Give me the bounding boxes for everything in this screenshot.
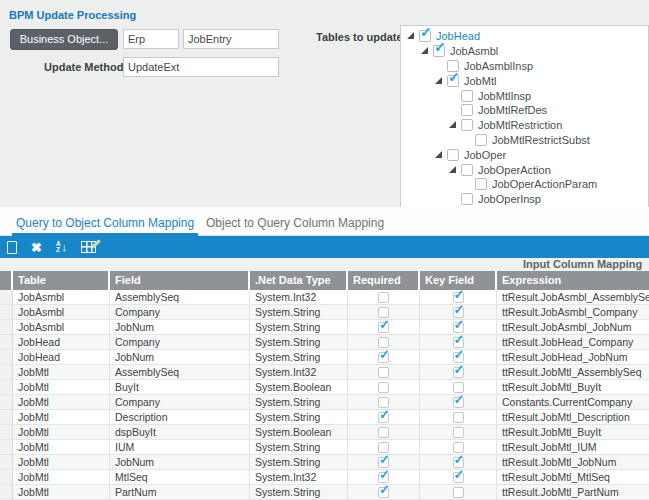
table-row[interactable]: JobMtlJobNumSystem.String✓✓ttResult.JobM… <box>0 455 649 470</box>
column-header-required[interactable]: Required <box>348 271 418 290</box>
row-selector[interactable] <box>0 485 13 499</box>
tree-checkbox-jobmtlinsp[interactable] <box>461 90 473 102</box>
tree-checkbox-joboperactionparam[interactable] <box>475 178 487 190</box>
key-field-checkbox-row-9[interactable] <box>453 427 464 438</box>
expander-icon[interactable] <box>407 32 415 40</box>
required-checkbox-row-13[interactable]: ✓ <box>378 487 389 498</box>
table-row[interactable]: JobMtlPartNumSystem.String✓ttResult.JobM… <box>0 485 649 500</box>
required-checkbox-row-1[interactable] <box>378 307 389 318</box>
row-selector[interactable] <box>0 350 13 364</box>
table-row[interactable]: JobHeadJobNumSystem.String✓✓ttResult.Job… <box>0 350 649 365</box>
row-selector[interactable] <box>0 290 13 304</box>
required-checkbox-row-4[interactable]: ✓ <box>378 352 389 363</box>
required-checkbox-row-2[interactable]: ✓ <box>378 322 389 333</box>
key-field-checkbox-row-6[interactable] <box>453 382 464 393</box>
required-checkbox-row-10[interactable] <box>378 442 389 453</box>
key-field-checkbox-row-10[interactable] <box>453 442 464 453</box>
key-field-checkbox-row-5[interactable]: ✓ <box>453 367 464 378</box>
required-checkbox-row-6[interactable] <box>378 382 389 393</box>
required-checkbox-row-8[interactable]: ✓ <box>378 412 389 423</box>
tree-item-jobmtlrestriction[interactable]: JobMtlRestriction <box>401 118 648 133</box>
tree-item-jobasmbl[interactable]: ✓JobAsmbl <box>401 44 648 59</box>
tree-item-joboperaction[interactable]: JobOperAction <box>401 162 648 177</box>
tree-item-jobmtlrestrictsubst[interactable]: JobMtlRestrictSubst <box>401 133 648 148</box>
table-row[interactable]: JobAsmblCompanySystem.String✓ttResult.Jo… <box>0 305 649 320</box>
tree-item-jobmtlrefdes[interactable]: JobMtlRefDes <box>401 103 648 118</box>
tree-item-joboperactionparam[interactable]: JobOperActionParam <box>401 177 648 192</box>
key-field-checkbox-row-2[interactable]: ✓ <box>453 322 464 333</box>
tree-checkbox-jobmtl[interactable]: ✓ <box>447 75 459 87</box>
tree-checkbox-jobasmbl[interactable]: ✓ <box>433 45 445 57</box>
row-selector[interactable] <box>0 320 13 334</box>
key-field-checkbox-row-3[interactable]: ✓ <box>453 337 464 348</box>
tree-item-jobmtlinsp[interactable]: JobMtlInsp <box>401 88 648 103</box>
tree-item-jobasmblinsp[interactable]: JobAsmblInsp <box>401 59 648 74</box>
table-row[interactable]: JobMtlBuyItSystem.BooleanttResult.JobMtl… <box>0 380 649 395</box>
expander-icon[interactable] <box>435 151 443 159</box>
business-object-field[interactable] <box>183 29 279 49</box>
table-row[interactable]: JobAsmblAssemblySeqSystem.Int32✓ttResult… <box>0 290 649 305</box>
tree-checkbox-jobmtlrefdes[interactable] <box>461 104 473 116</box>
column-header-key-field[interactable]: Key Field <box>420 271 495 290</box>
business-object-button[interactable]: Business Object... <box>10 29 118 50</box>
key-field-checkbox-row-1[interactable]: ✓ <box>453 307 464 318</box>
row-selector[interactable] <box>0 440 13 454</box>
table-row[interactable]: JobAsmblJobNumSystem.String✓✓ttResult.Jo… <box>0 320 649 335</box>
row-selector[interactable] <box>0 470 13 484</box>
expander-icon[interactable] <box>421 47 429 55</box>
table-row[interactable]: JobMtlMtlSeqSystem.Int32✓✓ttResult.JobMt… <box>0 470 649 485</box>
grid-edit-icon[interactable] <box>81 239 96 255</box>
key-field-checkbox-row-13[interactable] <box>453 487 464 498</box>
column-header-table[interactable]: Table <box>13 271 108 290</box>
tree-item-joboperinsp[interactable]: JobOperInsp <box>401 192 648 207</box>
column-header-net-data-type[interactable]: .Net Data Type <box>250 271 346 290</box>
table-row[interactable]: JobHeadCompanySystem.String✓ttResult.Job… <box>0 335 649 350</box>
row-selector[interactable] <box>0 380 13 394</box>
update-method-field[interactable] <box>123 57 279 77</box>
tree-checkbox-jobmtlrestriction[interactable] <box>461 119 473 131</box>
tree-checkbox-jobmtlrestrictsubst[interactable] <box>475 134 487 146</box>
tree-checkbox-joboperinsp[interactable] <box>461 193 473 205</box>
tree-item-jobmtl[interactable]: ✓JobMtl <box>401 73 648 88</box>
key-field-checkbox-row-11[interactable]: ✓ <box>453 457 464 468</box>
tab-object-to-query[interactable]: Object to Query Column Mapping <box>202 213 388 236</box>
delete-icon[interactable]: ✖ <box>31 239 42 255</box>
key-field-checkbox-row-0[interactable]: ✓ <box>453 292 464 303</box>
key-field-checkbox-row-12[interactable]: ✓ <box>453 472 464 483</box>
row-selector[interactable] <box>0 455 13 469</box>
row-selector[interactable] <box>0 395 13 409</box>
expander-icon[interactable] <box>449 166 457 174</box>
expander-icon[interactable] <box>449 121 457 129</box>
tree-checkbox-joboperaction[interactable] <box>461 164 473 176</box>
required-checkbox-row-9[interactable] <box>378 427 389 438</box>
row-selector[interactable] <box>0 305 13 319</box>
sort-az-icon[interactable]: AZ↓ <box>56 239 67 255</box>
table-row[interactable]: JobMtlCompanySystem.String✓Constants.Cur… <box>0 395 649 410</box>
tree-checkbox-jobhead[interactable]: ✓ <box>419 30 431 42</box>
required-checkbox-row-5[interactable] <box>378 367 389 378</box>
column-header-expression[interactable]: Expression <box>497 271 649 290</box>
required-checkbox-row-3[interactable] <box>378 337 389 348</box>
key-field-checkbox-row-7[interactable]: ✓ <box>453 397 464 408</box>
row-selector[interactable] <box>0 425 13 439</box>
table-row[interactable]: JobMtlIUMSystem.StringttResult.JobMtl_IU… <box>0 440 649 455</box>
row-selector[interactable] <box>0 335 13 349</box>
tree-checkbox-joboper[interactable] <box>447 149 459 161</box>
tab-query-to-object[interactable]: Query to Object Column Mapping <box>12 213 198 236</box>
column-header-field[interactable]: Field <box>110 271 248 290</box>
required-checkbox-row-12[interactable]: ✓ <box>378 472 389 483</box>
row-selector[interactable] <box>0 410 13 424</box>
system-code-field[interactable] <box>123 29 179 49</box>
key-field-checkbox-row-4[interactable]: ✓ <box>453 352 464 363</box>
table-row[interactable]: JobMtldspBuyItSystem.BooleanttResult.Job… <box>0 425 649 440</box>
new-record-icon[interactable] <box>7 239 17 255</box>
required-checkbox-row-11[interactable]: ✓ <box>378 457 389 468</box>
row-selector[interactable] <box>0 365 13 379</box>
tree-item-joboper[interactable]: JobOper <box>401 147 648 162</box>
table-row[interactable]: JobMtlAssemblySeqSystem.Int32✓ttResult.J… <box>0 365 649 380</box>
expander-icon[interactable] <box>435 77 443 85</box>
required-checkbox-row-7[interactable] <box>378 397 389 408</box>
required-checkbox-row-0[interactable] <box>378 292 389 303</box>
table-row[interactable]: JobMtlDescriptionSystem.String✓ttResult.… <box>0 410 649 425</box>
key-field-checkbox-row-8[interactable] <box>453 412 464 423</box>
